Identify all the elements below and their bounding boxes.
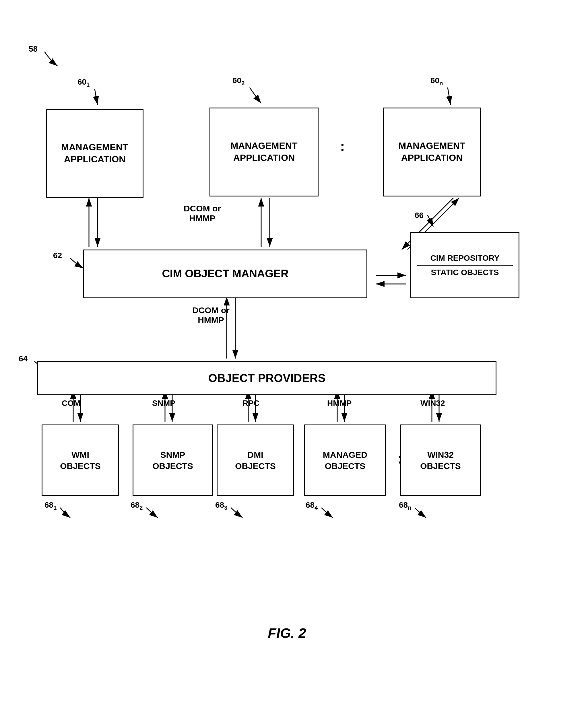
dcom-hmmp-bottom-label: DCOM or HMMP bbox=[192, 305, 230, 325]
snmp-label: SNMP bbox=[152, 399, 175, 408]
ref-68-3: 683 bbox=[215, 500, 227, 511]
ref-58: 58 bbox=[29, 45, 38, 54]
ref-60-2: 602 bbox=[232, 76, 244, 87]
object-providers-box: OBJECT PROVIDERS bbox=[37, 361, 497, 395]
com-label: COM bbox=[62, 399, 80, 408]
mgmt-app-2-box: MANAGEMENT APPLICATION bbox=[210, 107, 318, 197]
arrows-svg bbox=[0, 0, 588, 703]
managed-objects-box: MANAGED OBJECTS bbox=[304, 424, 386, 496]
snmp-objects-box: SNMP OBJECTS bbox=[133, 424, 213, 496]
ref-62: 62 bbox=[53, 251, 62, 260]
cim-object-manager-box: CIM OBJECT MANAGER bbox=[83, 249, 367, 298]
diagram-container: 58 601 602 60n MANAGEMENT APPLICATION MA… bbox=[0, 0, 588, 703]
mgmt-app-1-box: MANAGEMENT APPLICATION bbox=[46, 109, 144, 198]
mgmt-app-n-box: MANAGEMENT APPLICATION bbox=[383, 107, 481, 197]
ref-68-1: 681 bbox=[45, 500, 57, 511]
ref-64: 64 bbox=[19, 354, 27, 364]
cim-repository-box: CIM REPOSITORY STATIC OBJECTS bbox=[411, 232, 519, 298]
rpc-label: RPC bbox=[242, 399, 260, 408]
dmi-objects-box: DMI OBJECTS bbox=[217, 424, 294, 496]
ref-60-n: 60n bbox=[431, 76, 443, 87]
figure-caption: FIG. 2 bbox=[215, 625, 359, 641]
ref-68-2: 682 bbox=[131, 500, 143, 511]
win32-objects-box: WIN32 OBJECTS bbox=[400, 424, 481, 496]
ref-60-1: 601 bbox=[77, 77, 89, 88]
hmmp-label: HMMP bbox=[327, 399, 352, 408]
wmi-objects-box: WMI OBJECTS bbox=[42, 424, 119, 496]
colon-top: : bbox=[340, 138, 345, 154]
dcom-hmmp-top-label: DCOM or HMMP bbox=[183, 204, 221, 223]
ref-68-4: 684 bbox=[306, 500, 318, 511]
ref-66: 66 bbox=[415, 211, 424, 220]
win32-label: WIN32 bbox=[421, 399, 445, 408]
ref-68-n: 68n bbox=[399, 500, 411, 511]
